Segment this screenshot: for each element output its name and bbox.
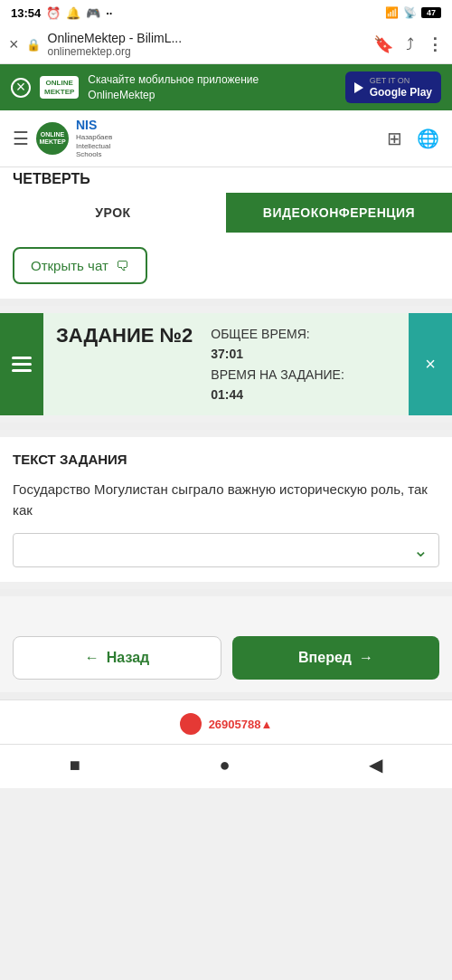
promo-logo-line1: ONLINE <box>44 79 74 88</box>
back-label: Назад <box>107 650 149 666</box>
task-content-section: ТЕКСТ ЗАДАНИЯ Государство Могулистан сыг… <box>0 437 452 582</box>
bottom-bar: 26905788▲ <box>0 699 452 744</box>
wifi-icon: 📡 <box>403 6 417 19</box>
alarm-icon: ⏰ <box>46 6 61 20</box>
task-info: ЗАДАНИЕ №2 ОБЩЕЕ ВРЕМЯ: 37:01 ВРЕМЯ НА З… <box>43 313 409 416</box>
site-header-left: ☰ ONLINE MEKTEP NIS НазарбаевIntellectua… <box>13 118 112 159</box>
battery-icon: 47 <box>421 7 441 18</box>
site-logo: ONLINE MEKTEP <box>36 122 69 155</box>
tab-urok-label: УРОК <box>95 205 130 220</box>
notification-icon: 🔔 <box>66 6 80 20</box>
chat-icon: 🗨 <box>116 258 129 273</box>
more-button[interactable]: ⋮ <box>427 34 443 54</box>
spacer <box>0 596 452 623</box>
promo-text: Скачайте мобильное приложение OnlineMekt… <box>88 72 335 103</box>
back-button[interactable]: ← Назад <box>13 636 221 680</box>
more-status-icon: ·· <box>106 6 112 20</box>
status-dot-icon <box>180 713 202 735</box>
breadcrumb: ЧЕТВЕРТЬ <box>0 167 452 193</box>
language-button[interactable]: 🌐 <box>417 128 439 149</box>
browser-title: OnlineMektep - BilimL... <box>48 31 366 45</box>
task-content-title: ТЕКСТ ЗАДАНИЯ <box>13 452 439 467</box>
back-arrow-icon: ← <box>85 650 99 666</box>
time-display: 13:54 <box>11 6 41 20</box>
browser-url: onlinemektep.org <box>48 45 366 58</box>
open-chat-button[interactable]: Открыть чат 🗨 <box>13 247 147 284</box>
google-play-label: GET IT ON Google Play <box>370 76 432 99</box>
task-time-label: ВРЕМЯ НА ЗАДАНИЕ: <box>211 365 344 385</box>
divider-1 <box>0 299 452 306</box>
browser-bar: × 🔒 OnlineMektep - BilimL... onlinemekte… <box>0 25 452 64</box>
breadcrumb-text: ЧЕТВЕРТЬ <box>13 171 90 186</box>
android-back-button[interactable]: ◀ <box>369 754 382 775</box>
nis-sub: НазарбаевIntellectualSchools <box>76 133 112 159</box>
bookmark-button[interactable]: 🔖 <box>373 34 393 54</box>
battery-level: 47 <box>427 8 436 17</box>
nis-label: NIS <box>76 118 112 133</box>
open-chat-label: Открыть чат <box>31 258 108 273</box>
divider-3 <box>0 589 452 596</box>
status-bar: 13:54 ⏰ 🔔 🎮 ·· 📶 📡 47 <box>0 0 452 25</box>
total-time-label: ОБЩЕЕ ВРЕМЯ: <box>211 324 344 344</box>
status-time-area: 13:54 ⏰ 🔔 🎮 ·· <box>11 6 112 20</box>
promo-text-line1: Скачайте мобильное приложение <box>88 72 335 88</box>
play-triangle-icon <box>354 82 363 93</box>
lock-icon: 🔒 <box>26 38 41 52</box>
promo-banner: × ONLINE MEKTEP Скачайте мобильное прило… <box>0 64 452 110</box>
hamburger-icon <box>12 357 32 372</box>
nav-buttons: ← Назад Вперед → <box>0 623 452 692</box>
forward-button[interactable]: Вперед → <box>232 636 439 680</box>
open-chat-section: Открыть чат 🗨 <box>0 233 452 299</box>
grid-view-button[interactable]: ⊞ <box>387 128 402 149</box>
site-header: ☰ ONLINE MEKTEP NIS НазарбаевIntellectua… <box>0 110 452 167</box>
promo-close-button[interactable]: × <box>11 78 31 98</box>
android-square-button[interactable]: ■ <box>70 755 80 775</box>
google-play-button[interactable]: GET IT ON Google Play <box>345 71 441 103</box>
forward-label: Вперед <box>298 650 352 666</box>
total-time-value: 37:01 <box>211 344 344 364</box>
task-question-text: Государство Могулистан сыграло важную ис… <box>13 480 439 520</box>
tab-videoconf[interactable]: ВИДЕОКОНФЕРЕНЦИЯ <box>226 193 452 233</box>
task-menu-button[interactable] <box>0 313 43 416</box>
menu-hamburger-button[interactable]: ☰ <box>13 128 29 149</box>
promo-logo: ONLINE MEKTEP <box>40 76 79 99</box>
tabs-row: УРОК ВИДЕОКОНФЕРЕНЦИЯ <box>0 193 452 233</box>
site-header-right: ⊞ 🌐 <box>387 128 439 149</box>
tab-videoconf-label: ВИДЕОКОНФЕРЕНЦИЯ <box>263 205 415 220</box>
gamepad-icon: 🎮 <box>86 6 100 20</box>
android-nav: ■ ● ◀ <box>0 744 452 788</box>
share-button[interactable]: ⤴ <box>406 35 414 54</box>
divider-4 <box>0 692 452 699</box>
nis-logo: NIS НазарбаевIntellectualSchools <box>76 118 112 159</box>
task-number-label: ЗАДАНИЕ №2 <box>56 324 193 347</box>
answer-select[interactable] <box>13 533 439 567</box>
browser-url-area[interactable]: OnlineMektep - BilimL... onlinemektep.or… <box>48 31 366 58</box>
task-time-value: 01:44 <box>211 385 344 404</box>
forward-arrow-icon: → <box>359 650 373 666</box>
promo-text-line2: OnlineMektep <box>88 88 335 103</box>
signal-icon: 📶 <box>385 6 399 19</box>
browser-actions: 🔖 ⤴ ⋮ <box>373 34 443 54</box>
browser-close-button[interactable]: × <box>9 35 19 54</box>
tab-urok[interactable]: УРОК <box>0 193 226 233</box>
promo-logo-line2: MEKTEP <box>44 88 74 97</box>
logo-line2: MEKTEP <box>39 138 65 146</box>
answer-select-wrapper: ⌄ <box>13 533 439 567</box>
android-home-button[interactable]: ● <box>219 755 230 775</box>
logo-line1: ONLINE <box>39 131 65 138</box>
task-bar: ЗАДАНИЕ №2 ОБЩЕЕ ВРЕМЯ: 37:01 ВРЕМЯ НА З… <box>0 313 452 416</box>
status-right-area: 📶 📡 47 <box>385 6 441 19</box>
bottom-counter: 26905788▲ <box>209 718 273 731</box>
divider-2 <box>0 423 452 430</box>
task-close-button[interactable]: × <box>409 313 452 416</box>
task-time-section: ОБЩЕЕ ВРЕМЯ: 37:01 ВРЕМЯ НА ЗАДАНИЕ: 01:… <box>211 324 344 405</box>
